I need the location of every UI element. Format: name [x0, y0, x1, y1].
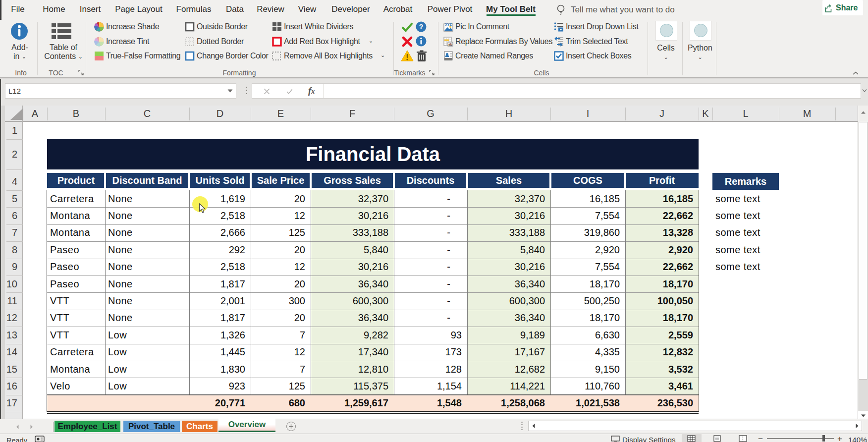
- svg-text:?: ?: [419, 23, 424, 31]
- svg-text:XYZ: XYZ: [445, 23, 452, 26]
- svg-text:ab: ab: [448, 43, 452, 46]
